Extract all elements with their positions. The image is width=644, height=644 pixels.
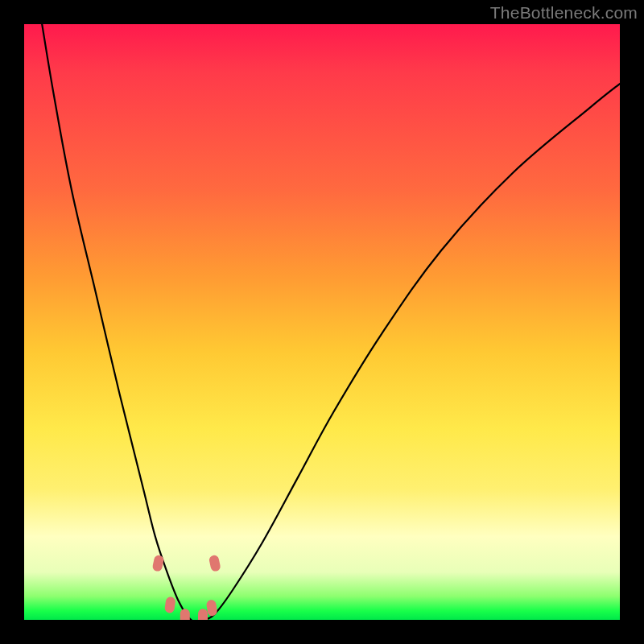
curve-marker (164, 597, 176, 613)
chart-frame: TheBottleneck.com (0, 0, 644, 644)
curve-marker (208, 555, 221, 572)
bottleneck-curve (42, 24, 620, 620)
curve-marker (198, 609, 208, 620)
curve-layer (24, 24, 620, 620)
watermark-text: TheBottleneck.com (490, 3, 638, 23)
marker-group (152, 555, 221, 620)
plot-area (24, 24, 620, 620)
curve-marker (180, 609, 190, 620)
